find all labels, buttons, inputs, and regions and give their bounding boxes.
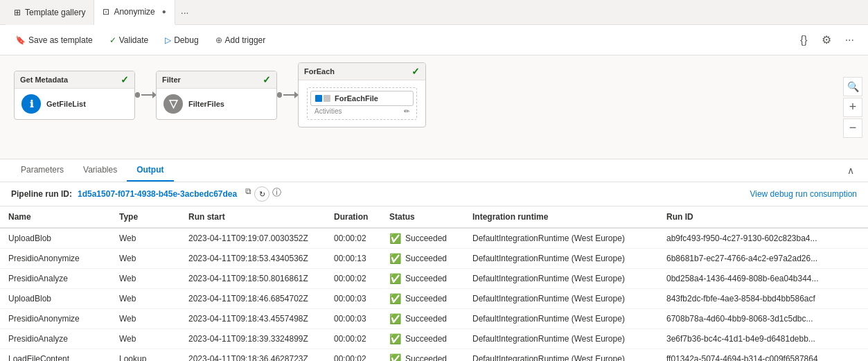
cell-status: ✅ Succeeded (381, 228, 464, 249)
cell-runtime: DefaultIntegrationRuntime (West Europe) (464, 349, 658, 362)
cell-type: Lookup (111, 349, 180, 362)
getmetadata-body: ℹ GetFileList (15, 89, 134, 119)
view-debug-link[interactable]: View debug run consumption (750, 189, 857, 199)
cell-runstart: 2023-04-11T09:19:07.0030352Z (180, 228, 326, 249)
bottom-panel: Parameters Variables Output ∧ Pipeline r… (0, 159, 868, 361)
cell-status: ✅ Succeeded (381, 249, 464, 269)
cell-runstart: 2023-04-11T09:18:46.6854702Z (180, 289, 326, 309)
foreach-node[interactable]: ForEach ✓ ForEachFile Activities ✏ (298, 62, 426, 127)
debug-icon: ▷ (165, 35, 171, 45)
arrow-2 (277, 92, 298, 98)
cell-runid: 843fb2dc-fbfe-4ae3-8584-bbd4bb586acf (658, 289, 868, 309)
table-row[interactable]: PresidioAnonymize Web 2023-04-11T09:18:4… (0, 309, 868, 329)
filter-check-icon: ✓ (263, 74, 271, 85)
cell-runtime: DefaultIntegrationRuntime (West Europe) (464, 269, 658, 289)
foreach-sub-node[interactable]: ForEachFile (310, 91, 414, 106)
tab-anonymize[interactable]: ⊡ Anonymize ● (94, 0, 175, 25)
info-icon[interactable]: ⓘ (272, 186, 281, 202)
foreach-header: ForEach ✓ (299, 63, 425, 80)
cell-type: Web (111, 289, 180, 309)
pipeline-canvas: Get Metadata ✓ ℹ GetFileList Filter ✓ (14, 62, 426, 127)
cell-type: Web (111, 228, 180, 249)
cell-runstart: 2023-04-11T09:18:39.3324899Z (180, 329, 326, 349)
table-header: Name Type Run start Duration Status Inte… (0, 206, 868, 228)
table-row[interactable]: PresidioAnalyze Web 2023-04-11T09:18:50.… (0, 269, 868, 289)
status-succeeded-icon: ✅ (389, 313, 401, 324)
tab-parameters[interactable]: Parameters (11, 159, 73, 182)
save-icon: 🔖 (15, 35, 26, 45)
activity-runs-table-container: Name Type Run start Duration Status Inte… (0, 206, 868, 361)
run-id-icons: ⧉ ↻ ⓘ (245, 186, 281, 202)
arrow-1 (135, 92, 156, 98)
cell-duration: 00:00:13 (326, 249, 381, 269)
tab-more-icon[interactable]: ··· (181, 7, 189, 18)
pipeline-canvas-area: Get Metadata ✓ ℹ GetFileList Filter ✓ (0, 55, 868, 159)
table-row[interactable]: PresidioAnalyze Web 2023-04-11T09:18:39.… (0, 329, 868, 349)
anonymize-icon: ⊡ (103, 7, 109, 17)
tab-dot: ● (162, 8, 166, 15)
foreach-activities: Activities ✏ (310, 106, 414, 116)
status-succeeded-icon: ✅ (389, 233, 401, 244)
table-row[interactable]: UploadBlob Web 2023-04-11T09:19:07.00303… (0, 228, 868, 249)
zoom-out-button[interactable]: − (843, 118, 862, 138)
foreach-sub-icons (315, 95, 330, 102)
tab-bar: ⊞ Template gallery ⊡ Anonymize ● ··· (0, 0, 868, 25)
foreach-body: ForEachFile Activities ✏ (299, 80, 425, 127)
cell-runtime: DefaultIntegrationRuntime (West Europe) (464, 228, 658, 249)
tab-output[interactable]: Output (127, 159, 173, 182)
canvas-controls: 🔍 + − (843, 77, 862, 138)
getmetadata-icon: ℹ (21, 94, 41, 114)
foreach-check-icon: ✓ (411, 66, 420, 77)
status-succeeded-icon: ✅ (389, 333, 401, 344)
cell-runid: 0bd258a4-1436-4469-808b-6ea04b344... (658, 269, 868, 289)
cell-status: ✅ Succeeded (381, 269, 464, 289)
foreach-inner: ForEachFile Activities ✏ (307, 87, 417, 120)
settings-button[interactable]: ⚙ (816, 30, 837, 49)
cell-status: ✅ Succeeded (381, 309, 464, 329)
run-id-label: Pipeline run ID: (11, 189, 72, 199)
cell-runid: ff01342a-5074-4694-b314-c009f6587864 (658, 349, 868, 362)
col-header-status: Status (381, 206, 464, 228)
zoom-in-button[interactable]: + (843, 98, 862, 117)
validate-button[interactable]: ✓ Validate (103, 33, 155, 48)
cell-name: PresidioAnalyze (0, 329, 111, 349)
activity-runs-table: Name Type Run start Duration Status Inte… (0, 206, 868, 361)
col-header-runstart: Run start (180, 206, 326, 228)
filter-node[interactable]: Filter ✓ ▽ FilterFiles (156, 71, 277, 120)
col-header-name: Name (0, 206, 111, 228)
edit-icon[interactable]: ✏ (404, 107, 409, 115)
debug-button[interactable]: ▷ Debug (158, 33, 205, 48)
search-canvas-button[interactable]: 🔍 (843, 77, 862, 96)
refresh-button[interactable]: ↻ (254, 186, 269, 202)
add-trigger-button[interactable]: ⊕ Add trigger (209, 33, 273, 48)
template-gallery-icon: ⊞ (14, 8, 21, 17)
more-button[interactable]: ··· (840, 30, 860, 49)
cell-duration: 00:00:03 (326, 309, 381, 329)
cell-name: UploadBlob (0, 228, 111, 249)
collapse-panel-button[interactable]: ∧ (844, 162, 857, 179)
tab-template-gallery[interactable]: ⊞ Template gallery (6, 0, 94, 25)
cell-runstart: 2023-04-11T09:18:53.4340536Z (180, 249, 326, 269)
table-row[interactable]: LoadFileContent Lookup 2023-04-11T09:18:… (0, 349, 868, 362)
col-header-runtime: Integration runtime (464, 206, 658, 228)
cell-type: Web (111, 249, 180, 269)
toolbar: 🔖 Save as template ✓ Validate ▷ Debug ⊕ … (0, 25, 868, 55)
filter-body: ▽ FilterFiles (157, 89, 276, 119)
getmetadata-node[interactable]: Get Metadata ✓ ℹ GetFileList (14, 71, 135, 120)
table-row[interactable]: UploadBlob Web 2023-04-11T09:18:46.68547… (0, 289, 868, 309)
cell-runtime: DefaultIntegrationRuntime (West Europe) (464, 329, 658, 349)
code-button[interactable]: {} (795, 30, 813, 49)
tab-variables[interactable]: Variables (73, 159, 127, 182)
foreach-sub-icon2 (324, 95, 330, 102)
tab-anonymize-label: Anonymize (114, 7, 154, 17)
table-row[interactable]: PresidioAnonymize Web 2023-04-11T09:18:5… (0, 249, 868, 269)
copy-icon[interactable]: ⧉ (245, 186, 251, 202)
add-trigger-icon: ⊕ (215, 35, 222, 45)
cell-name: PresidioAnonymize (0, 309, 111, 329)
col-header-runid: Run ID (658, 206, 868, 228)
save-as-template-button[interactable]: 🔖 Save as template (8, 33, 100, 48)
run-info-bar: Pipeline run ID: 1d5a1507-f071-4938-b45e… (0, 182, 868, 206)
col-header-type: Type (111, 206, 180, 228)
panel-tabs: Parameters Variables Output ∧ (0, 159, 868, 182)
getmetadata-check-icon: ✓ (121, 74, 129, 85)
